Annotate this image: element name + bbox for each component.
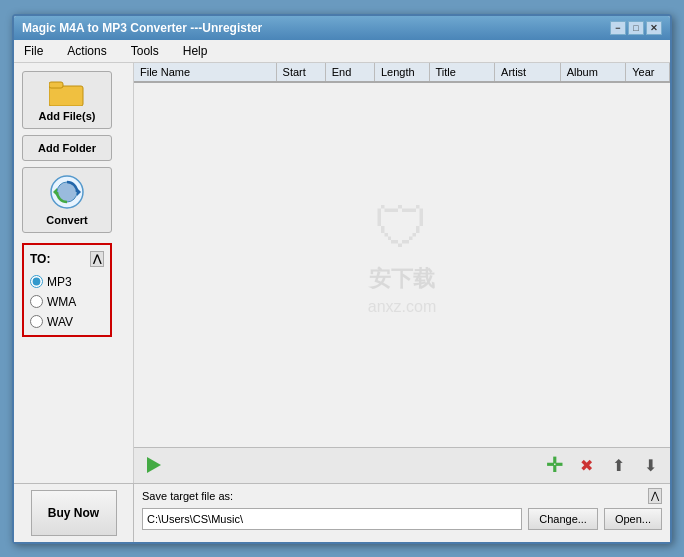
wma-radio[interactable] [30, 295, 43, 308]
convert-button[interactable]: Convert [22, 167, 112, 233]
col-album: Album [560, 63, 626, 82]
menu-tools[interactable]: Tools [125, 42, 165, 60]
collapse-button[interactable]: ⋀ [90, 251, 104, 267]
watermark-url: anxz.com [368, 297, 436, 315]
window-controls: − □ ✕ [610, 21, 662, 35]
watermark-shield-icon: 🛡 [374, 194, 430, 259]
buy-now-button[interactable]: Buy Now [31, 490, 117, 536]
svg-rect-0 [49, 86, 83, 106]
bottom-toolbar: ✛ ✖ ⬆ ⬇ [134, 447, 670, 483]
format-radio-group: MP3 WMA WAV [30, 275, 104, 329]
mp3-label: MP3 [47, 275, 72, 289]
add-files-button[interactable]: Add File(s) [22, 71, 112, 129]
convert-label: Convert [46, 214, 88, 226]
close-button[interactable]: ✕ [646, 21, 662, 35]
col-end: End [325, 63, 374, 82]
add-folder-label: Add Folder [38, 142, 96, 154]
watermark: 🛡 安下载 anxz.com [368, 194, 436, 315]
col-length: Length [374, 63, 429, 82]
buy-area: Buy Now [14, 484, 134, 542]
format-mp3[interactable]: MP3 [30, 275, 104, 289]
col-artist: Artist [495, 63, 561, 82]
to-text: TO: [30, 252, 50, 266]
main-window: Magic M4A to MP3 Converter ---Unregister… [12, 14, 672, 544]
play-icon [147, 457, 161, 473]
wav-label: WAV [47, 315, 73, 329]
bottom-area: Buy Now Save target file as: ⋀ Change...… [14, 483, 670, 542]
save-path-input[interactable] [142, 508, 522, 530]
col-title: Title [429, 63, 495, 82]
add-item-button[interactable]: ✛ [542, 453, 566, 477]
to-label: TO: ⋀ [30, 251, 104, 267]
upload-button[interactable]: ⬆ [606, 453, 630, 477]
menu-help[interactable]: Help [177, 42, 214, 60]
add-folder-button[interactable]: Add Folder [22, 135, 112, 161]
save-label-row: Save target file as: ⋀ [142, 488, 662, 504]
folder-icon [49, 78, 85, 106]
watermark-cn-text: 安下载 [369, 263, 435, 293]
col-start: Start [276, 63, 325, 82]
menu-bar: File Actions Tools Help [14, 40, 670, 63]
add-files-label: Add File(s) [39, 110, 96, 122]
wma-label: WMA [47, 295, 76, 309]
change-button[interactable]: Change... [528, 508, 598, 530]
svg-rect-1 [49, 82, 63, 88]
mp3-radio[interactable] [30, 275, 43, 288]
save-target-label: Save target file as: [142, 490, 233, 502]
open-button[interactable]: Open... [604, 508, 662, 530]
save-area: Save target file as: ⋀ Change... Open... [134, 484, 670, 542]
left-panel: Add File(s) Add Folder [14, 63, 134, 483]
menu-file[interactable]: File [18, 42, 49, 60]
play-button[interactable] [142, 453, 166, 477]
save-collapse-button[interactable]: ⋀ [648, 488, 662, 504]
minimize-button[interactable]: − [610, 21, 626, 35]
file-table: File Name Start End Length Title Artist … [134, 63, 670, 447]
save-row: Change... Open... [142, 508, 662, 530]
menu-actions[interactable]: Actions [61, 42, 112, 60]
convert-icon [49, 174, 85, 210]
col-year: Year [626, 63, 670, 82]
format-wma[interactable]: WMA [30, 295, 104, 309]
download-button[interactable]: ⬇ [638, 453, 662, 477]
format-wav[interactable]: WAV [30, 315, 104, 329]
col-filename: File Name [134, 63, 276, 82]
right-panel: File Name Start End Length Title Artist … [134, 63, 670, 483]
main-content: Add File(s) Add Folder [14, 63, 670, 483]
window-title: Magic M4A to MP3 Converter ---Unregister [22, 21, 262, 35]
files-list: File Name Start End Length Title Artist … [134, 63, 670, 83]
to-box: TO: ⋀ MP3 WMA WAV [22, 243, 112, 337]
wav-radio[interactable] [30, 315, 43, 328]
remove-item-button[interactable]: ✖ [574, 453, 598, 477]
title-bar: Magic M4A to MP3 Converter ---Unregister… [14, 16, 670, 40]
restore-button[interactable]: □ [628, 21, 644, 35]
